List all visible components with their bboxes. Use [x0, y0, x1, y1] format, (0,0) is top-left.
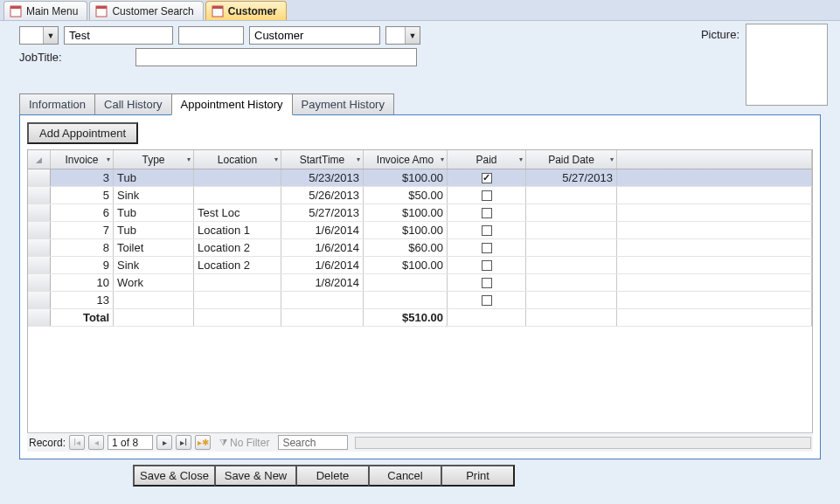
object-tab-main-menu[interactable]: Main Menu — [3, 1, 87, 20]
cell-paid-date[interactable] — [526, 239, 617, 256]
middle-field[interactable] — [178, 26, 244, 45]
cell-amount[interactable]: $50.00 — [364, 187, 448, 204]
cell-invoice[interactable]: 9 — [51, 257, 114, 273]
cell-type[interactable]: Work — [114, 274, 194, 291]
cell-paid-date[interactable] — [526, 187, 617, 204]
cell-starttime[interactable]: 5/26/2013 — [281, 187, 364, 204]
cell-amount[interactable]: $100.00 — [364, 257, 448, 273]
table-row[interactable]: 13 — [28, 292, 812, 309]
table-row[interactable]: 10Work1/8/2014 — [28, 274, 812, 292]
cell-paid[interactable] — [448, 239, 526, 256]
cell-starttime[interactable]: 1/6/2014 — [281, 222, 364, 238]
cell-location[interactable]: Location 1 — [194, 222, 281, 238]
cell-paid[interactable] — [448, 274, 526, 291]
cell-location[interactable] — [194, 187, 281, 204]
col-invoice[interactable]: Invoice▾ — [51, 150, 114, 169]
first-name-field[interactable] — [64, 26, 173, 45]
col-invoice-amount[interactable]: Invoice Amo▾ — [364, 150, 448, 169]
cell-amount[interactable]: $100.00 — [364, 222, 448, 238]
row-selector[interactable] — [28, 239, 51, 256]
cell-starttime[interactable]: 1/8/2014 — [281, 274, 364, 291]
nav-new-button[interactable]: ▸✱ — [195, 435, 211, 450]
tab-call-history[interactable]: Call History — [94, 93, 171, 115]
cell-invoice[interactable]: 5 — [51, 187, 114, 204]
prefix-dropdown[interactable]: ▼ — [19, 26, 59, 45]
paid-checkbox[interactable] — [482, 243, 492, 253]
table-row[interactable]: 7TubLocation 11/6/2014$100.00 — [28, 222, 812, 239]
object-tab-customer[interactable]: Customer — [205, 1, 287, 20]
cell-invoice[interactable]: 10 — [51, 274, 114, 291]
cell-paid[interactable] — [448, 222, 526, 238]
save-new-button[interactable]: Save & New — [214, 465, 297, 487]
row-selector[interactable] — [28, 292, 51, 308]
paid-checkbox[interactable] — [482, 260, 492, 271]
row-selector[interactable] — [28, 257, 51, 273]
cell-location[interactable]: Test Loc — [194, 204, 281, 221]
cell-type[interactable] — [114, 292, 194, 308]
cell-location[interactable]: Location 2 — [194, 239, 281, 256]
paid-checkbox[interactable] — [482, 173, 492, 183]
col-type[interactable]: Type▾ — [114, 150, 194, 169]
cell-starttime[interactable]: 1/6/2014 — [281, 257, 364, 273]
cell-paid-date[interactable] — [526, 204, 617, 221]
cell-paid-date[interactable]: 5/27/2013 — [526, 169, 617, 186]
paid-checkbox[interactable] — [482, 208, 492, 218]
print-button[interactable]: Print — [441, 465, 515, 487]
cell-paid-date[interactable] — [526, 274, 617, 291]
add-appointment-button[interactable]: Add Appointment — [27, 122, 138, 144]
col-starttime[interactable]: StartTime▾ — [281, 150, 364, 169]
nav-next-button[interactable]: ▸ — [156, 435, 172, 450]
cell-location[interactable] — [194, 274, 281, 291]
cancel-button[interactable]: Cancel — [368, 465, 442, 487]
table-row[interactable]: 6TubTest Loc5/27/2013$100.00 — [28, 204, 812, 222]
suffix-dropdown[interactable]: ▼ — [385, 26, 420, 45]
cell-type[interactable]: Tub — [114, 204, 194, 221]
paid-checkbox[interactable] — [482, 278, 492, 288]
cell-paid-date[interactable] — [526, 292, 617, 308]
cell-paid[interactable] — [448, 169, 526, 186]
cell-amount[interactable]: $100.00 — [364, 169, 448, 186]
cell-paid[interactable] — [448, 292, 526, 308]
row-selector[interactable] — [28, 204, 51, 221]
row-selector[interactable] — [28, 187, 51, 204]
cell-type[interactable]: Sink — [114, 257, 194, 273]
row-selector[interactable] — [28, 169, 51, 186]
delete-button[interactable]: Delete — [295, 465, 370, 487]
cell-invoice[interactable]: 13 — [51, 292, 114, 308]
tab-appointment-history[interactable]: Appointment History — [171, 93, 293, 115]
row-selector[interactable] — [28, 274, 51, 291]
col-paid[interactable]: Paid▾ — [448, 150, 526, 169]
select-all-header[interactable]: ◢ — [28, 150, 51, 169]
cell-type[interactable]: Tub — [114, 222, 194, 238]
last-name-field[interactable] — [249, 26, 380, 45]
grid-search-input[interactable] — [278, 435, 348, 450]
cell-invoice[interactable]: 3 — [51, 169, 114, 186]
cell-invoice[interactable]: 6 — [51, 204, 114, 221]
cell-starttime[interactable]: 5/23/2013 — [281, 169, 364, 186]
cell-amount[interactable]: $60.00 — [364, 239, 448, 256]
table-row[interactable]: 8ToiletLocation 21/6/2014$60.00 — [28, 239, 812, 257]
row-selector[interactable] — [28, 222, 51, 238]
cell-invoice[interactable]: 7 — [51, 222, 114, 238]
no-filter-indicator[interactable]: ⧩ No Filter — [219, 437, 269, 449]
cell-location[interactable] — [194, 169, 281, 186]
cell-starttime[interactable]: 1/6/2014 — [281, 239, 364, 256]
save-close-button[interactable]: Save & Close — [133, 465, 216, 487]
cell-paid[interactable] — [448, 204, 526, 221]
cell-paid-date[interactable] — [526, 257, 617, 273]
table-row[interactable]: 9SinkLocation 21/6/2014$100.00 — [28, 257, 812, 274]
cell-location[interactable]: Location 2 — [194, 257, 281, 273]
tab-payment-history[interactable]: Payment History — [292, 93, 394, 115]
paid-checkbox[interactable] — [482, 190, 492, 201]
cell-amount[interactable] — [364, 274, 448, 291]
paid-checkbox[interactable] — [482, 225, 492, 236]
cell-amount[interactable]: $100.00 — [364, 204, 448, 221]
tab-information[interactable]: Information — [19, 93, 95, 115]
paid-checkbox[interactable] — [482, 295, 492, 306]
nav-prev-button[interactable]: ◂ — [88, 435, 104, 450]
table-row[interactable]: 5Sink5/26/2013$50.00 — [28, 187, 812, 204]
nav-last-button[interactable]: ▸I — [176, 435, 191, 450]
cell-type[interactable]: Sink — [114, 187, 194, 204]
jobtitle-field[interactable] — [135, 48, 417, 66]
col-paid-date[interactable]: Paid Date▾ — [526, 150, 617, 169]
